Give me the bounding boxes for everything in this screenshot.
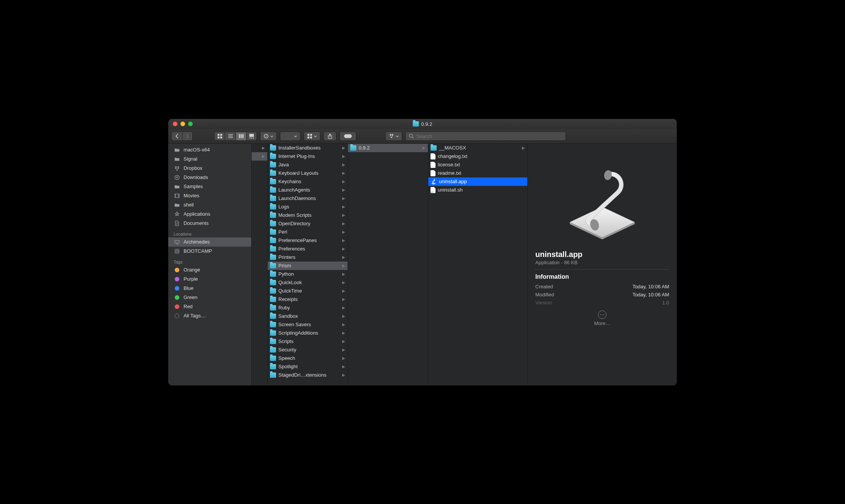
svg-point-31 [603,169,613,180]
folder-icon [270,154,276,159]
icon-view-button[interactable] [214,132,225,141]
sidebar-item-documents[interactable]: Documents [168,219,251,228]
list-item[interactable]: QuickTime▶ [268,287,348,295]
chevron-right-icon: ▶ [342,213,345,217]
list-item[interactable]: QuickLook▶ [268,278,348,287]
sidebar-item-signal[interactable]: Signal [168,154,251,164]
list-item[interactable]: Ruby▶ [268,304,348,312]
sidebar-item-label: Red [184,304,193,309]
list-item-label: readme.txt [438,170,461,176]
chevron-right-icon: ▶ [342,373,345,377]
sidebar-item-label: macOS-x64 [184,147,210,153]
list-item[interactable]: readme.txt [428,169,527,177]
info-key: Version [535,300,552,306]
list-item[interactable]: changelog.txt [428,152,527,161]
sidebar-tag-red[interactable]: Red [168,302,251,311]
sidebar-item-macos-x64[interactable]: macOS-x64 [168,145,251,154]
sidebar-tag-blue[interactable]: Blue [168,284,251,293]
dropbox-menu-button[interactable] [385,132,402,141]
folder-icon [270,372,276,378]
arrange-menu-button[interactable] [304,132,320,141]
preview-more[interactable]: ⋯ More… [535,311,669,326]
tag-dot-icon [175,304,179,309]
column0-row-selected[interactable]: ▶ [252,152,267,161]
list-item-label: __MACOSX [439,145,466,151]
list-item[interactable]: Python▶ [268,270,348,278]
list-item-label: 0.9.2 [359,145,370,151]
list-item[interactable]: LaunchAgents▶ [268,186,348,194]
list-item-label: ScriptingAdditions [278,330,318,336]
list-item-label: PreferencePanes [278,237,317,243]
sidebar-item-label: Documents [184,220,209,226]
sidebar-item-applications[interactable]: AApplications [168,210,251,219]
folder-icon [270,364,276,369]
column-1: InstallerSandboxes▶Internet Plug-Ins▶Jav… [268,144,348,385]
list-item[interactable]: Preferences▶ [268,245,348,253]
sidebar-location-archimedes[interactable]: Archimedes [168,237,251,247]
sidebar-location-bootcamp[interactable]: BOOTCAMP [168,247,251,256]
sidebar-item-downloads[interactable]: Downloads [168,173,251,182]
list-item[interactable]: StagedDri…xtensions▶ [268,371,348,379]
list-item[interactable]: LaunchDaemons▶ [268,194,348,203]
list-item[interactable]: Receipts▶ [268,295,348,304]
list-item[interactable]: PreferencePanes▶ [268,236,348,245]
sidebar-tag-orange[interactable]: Orange [168,265,251,275]
svg-rect-26 [175,240,179,243]
column0-row[interactable]: ▶ [252,144,267,152]
list-item[interactable]: Prism▶ [268,262,348,270]
list-item[interactable]: Internet Plug-Ins▶ [268,152,348,161]
list-item[interactable]: Scripts▶ [268,337,348,346]
list-item[interactable]: shuninstall.sh [428,186,527,194]
sidebar-item-samples[interactable]: Samples [168,182,251,191]
tags-button[interactable] [340,132,356,141]
maximize-button[interactable] [188,122,193,126]
list-item[interactable]: 0.9.2▶ [348,144,428,152]
column-view-button[interactable] [236,132,246,141]
list-item-label: Modem Scripts [278,212,312,218]
list-item[interactable]: Security▶ [268,346,348,354]
sidebar-tag-alltags[interactable]: All Tags… [168,311,251,320]
forward-button[interactable] [182,132,193,141]
chevron-right-icon: ▶ [342,339,345,343]
list-item[interactable]: ScriptingAdditions▶ [268,329,348,337]
list-item[interactable]: Modem Scripts▶ [268,211,348,219]
search-input[interactable] [416,133,562,139]
list-item[interactable]: Logs▶ [268,203,348,211]
list-item[interactable]: Keyboard Layouts▶ [268,169,348,177]
list-item[interactable]: Java▶ [268,161,348,169]
back-button[interactable] [171,132,182,141]
list-item[interactable]: Screen Savers▶ [268,320,348,329]
list-item[interactable]: Keychains▶ [268,177,348,186]
more-label: More… [594,320,611,326]
list-item[interactable]: license.txt [428,161,527,169]
group-menu-button[interactable] [280,132,301,141]
minimize-button[interactable] [180,122,185,126]
list-item[interactable]: __MACOSX▶ [428,144,527,152]
close-button[interactable] [173,122,177,126]
folder-icon [270,221,276,226]
list-view-button[interactable] [225,132,236,141]
info-value: Today, 10:06 AM [632,284,669,289]
sidebar-item-label: All Tags… [184,313,206,319]
list-item[interactable]: InstallerSandboxes▶ [268,144,348,152]
folder-icon [431,145,437,151]
list-item[interactable]: Perl▶ [268,228,348,236]
list-item[interactable]: Speech▶ [268,354,348,363]
search-field[interactable] [405,132,566,141]
chevron-right-icon: ▶ [342,306,345,310]
list-item[interactable]: uninstall.app [428,177,527,186]
list-item[interactable]: OpenDirectory▶ [268,219,348,228]
sidebar-item-movies[interactable]: Movies [168,191,251,200]
sidebar-tag-purple[interactable]: Purple [168,275,251,284]
list-item[interactable]: Sandbox▶ [268,312,348,320]
share-button[interactable] [323,132,336,141]
action-menu-button[interactable] [260,132,277,141]
list-item[interactable]: Spotlight▶ [268,363,348,371]
sidebar-tag-green[interactable]: Green [168,293,251,302]
sidebar-item-shell[interactable]: shell [168,200,251,210]
sidebar-item-dropbox[interactable]: Dropbox [168,164,251,173]
sh-file-icon: sh [431,187,435,193]
svg-rect-10 [249,134,254,137]
gallery-view-button[interactable] [246,132,257,141]
list-item[interactable]: Printers▶ [268,253,348,262]
